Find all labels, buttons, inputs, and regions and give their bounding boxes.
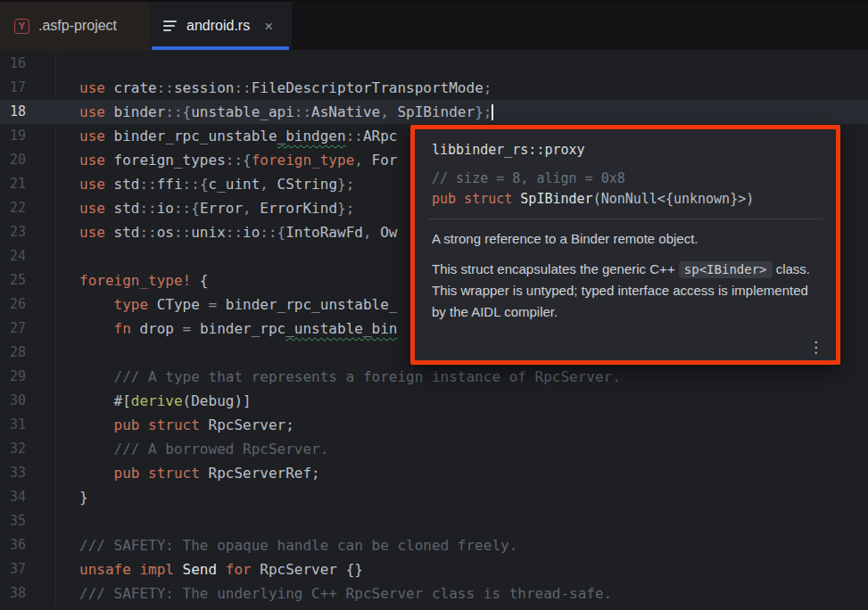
code-token: (NonNull<{unknown}>) [593,191,755,207]
code-line-38[interactable]: 38/// SAFETY: The underlying C++ RpcServ… [0,581,868,606]
code-token: ( [183,392,192,409]
code-line-36[interactable]: 36/// SAFETY: The opaque handle can be c… [0,533,868,557]
code-token: pub struct [114,416,209,433]
line-number: 35 [0,509,56,533]
code-line-18[interactable]: 18use binder::{unstable_api::AsNative, S… [0,100,868,124]
code-token: drop [139,320,174,337]
inline-code-chip: sp<IBinder> [679,261,773,278]
code-token: , [380,103,397,120]
line-number: 16 [0,52,56,76]
code-token: )] [234,392,251,409]
code-token: use [79,103,114,120]
code-token: os [157,224,174,241]
code-token [79,296,114,313]
close-tab-icon[interactable]: × [264,19,273,34]
code-token: {} [337,561,363,578]
line-number: 36 [0,533,56,557]
tab-android-rs[interactable]: android.rs × [149,2,292,50]
code-token: CType [157,296,200,313]
code-token: /// A type that represents a foreign ins… [114,368,621,385]
code-token: binder_rpc_unstable_ [226,296,398,313]
line-number: 18 [0,100,56,124]
code-line-37[interactable]: 37unsafe impl Send for RpcServer {} [0,557,868,581]
line-number: 22 [0,196,56,220]
code-token: io [243,224,260,241]
code-token: :: [174,224,191,241]
code-token: use [79,200,114,217]
code-line-34[interactable]: 34} [0,485,868,509]
code-token: = [174,320,200,337]
code-token: ErrorKind [260,200,337,217]
code-token: :: [139,176,156,193]
code-token: std [114,200,140,217]
code-line-29[interactable]: 29 /// A type that represents a foreign … [0,365,868,389]
code-token: pub struct [114,465,209,482]
code-token: pub struct [432,191,520,207]
code-line-31[interactable]: 31 pub struct RpcServer; [0,413,868,437]
code-token: #[ [114,392,131,409]
code-token: unsafe impl [79,561,183,578]
code-token: /// SAFETY: The underlying C++ RpcServer… [79,585,612,602]
tab-file-label: android.rs [186,18,250,34]
code-token: type [114,296,157,313]
code-token: unstable_api [191,103,294,120]
text-cursor [492,104,493,120]
doc-summary: A strong reference to a Binder remote ob… [432,228,819,250]
code-token: binder_rpc_unstable [114,128,277,144]
text-file-icon [163,21,178,31]
code-line-35[interactable]: 35 [0,509,868,533]
code-token: RpcServerRef [209,465,312,482]
code-token: _bindgen [277,128,346,144]
code-token: Send [183,561,218,578]
code-token: binder_rpc [200,320,285,337]
tab-asfp-project[interactable]: Y .asfp-project [0,2,149,50]
code-token: :: [346,128,363,144]
yaml-file-icon: Y [14,19,29,34]
code-token: CString [277,176,337,193]
code-token: Debug [191,392,234,409]
code-token [79,392,114,409]
code-token: session [174,79,234,96]
code-line-17[interactable]: 17use crate::session::FileDescriptorTran… [0,76,868,100]
code-token: std [114,176,140,193]
more-actions-icon[interactable]: ⋮ [808,340,823,355]
line-number: 33 [0,461,56,485]
code-token: Ow [380,224,397,241]
code-token [79,465,114,482]
line-number: 23 [0,220,56,244]
code-line-16[interactable]: 16 [0,52,868,76]
doc-module-path: libbinder_rs::proxy [432,139,819,161]
code-token: use [79,128,114,144]
code-line-32[interactable]: 32 /// A borrowed RpcServer. [0,437,868,461]
code-token: :: [139,224,156,241]
code-token: SpIBinder [397,103,475,120]
code-token: AsNative [311,103,380,120]
line-number: 20 [0,148,56,172]
line-number: 34 [0,485,56,509]
line-number: 19 [0,124,56,148]
code-token: SpIBinder [520,191,592,207]
code-line-33[interactable]: 33 pub struct RpcServerRef; [0,461,868,485]
code-token: ; [311,465,320,482]
doc-description-before: This struct encapsulates the generic C++ [432,261,679,276]
line-number: 25 [0,268,56,293]
code-token: { [191,272,208,289]
code-token: }; [337,200,354,217]
editor-window: Y .asfp-project android.rs × 1617use cra… [0,0,868,610]
code-line-30[interactable]: 30 #[derive(Debug)] [0,389,868,413]
code-token: unix [191,224,226,241]
code-token: For [372,152,398,169]
code-token: :: [234,79,251,96]
tab-bar: Y .asfp-project android.rs × [0,0,868,50]
code-token: ARpc [363,128,398,144]
code-token [79,441,114,458]
code-token: , [354,152,371,169]
code-token: , [363,224,380,241]
code-token: std [114,224,140,241]
code-token: }; [337,176,354,193]
line-number: 17 [0,76,56,100]
code-token: ::{ [165,103,191,120]
line-number: 32 [0,437,56,461]
doc-description: This struct encapsulates the generic C++… [432,259,819,323]
code-token [79,416,114,433]
